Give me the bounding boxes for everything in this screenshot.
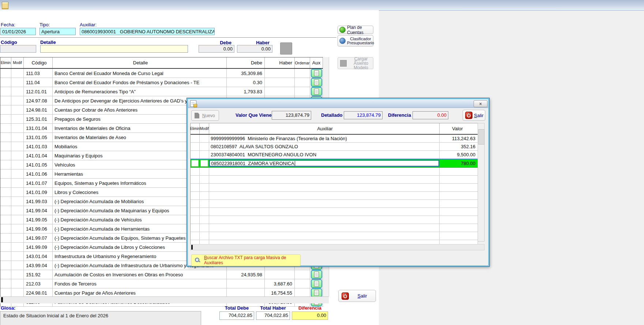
salir-button[interactable]: Salir <box>338 290 376 302</box>
cell-debe: 35,309.86 <box>227 69 265 78</box>
debe-input[interactable]: 0.00 <box>199 45 234 53</box>
dialog-table-row-empty[interactable] <box>191 192 478 200</box>
dialog-header-elimin: Elimin <box>191 123 200 134</box>
cell-haber <box>265 87 295 96</box>
cell-modif <box>200 168 209 175</box>
dialog-header-auxiliar: Auxiliar <box>209 123 440 134</box>
cell-auxiliar <box>209 168 440 175</box>
table-row[interactable]: 112.01.01Anticipos de Remuneraciones Tip… <box>0 87 323 96</box>
cell-codigo: 151.92 <box>24 270 53 279</box>
glosa-label: Glosa: <box>1 305 15 311</box>
aux-button[interactable] <box>311 288 322 297</box>
cell-codigo: 112.01.01 <box>24 87 53 96</box>
dialog-table-row-empty[interactable] <box>191 232 478 240</box>
clasificador-presupuestario-button[interactable]: ClasificadorPresupuestario <box>338 35 373 46</box>
cell-modif <box>11 215 24 224</box>
aux-button[interactable] <box>311 279 322 288</box>
cell-elimin <box>0 234 11 242</box>
cell-auxiliar <box>209 208 440 216</box>
cell-elimin <box>0 69 11 78</box>
codigo-input[interactable] <box>0 45 36 53</box>
dialog-table-row-empty[interactable] <box>191 200 478 208</box>
cell-elimin <box>191 224 200 232</box>
cell-aux <box>310 69 323 78</box>
cargar-asiento-modelo-button[interactable]: Cargar AsientoModelo <box>338 57 373 69</box>
table-row[interactable]: 111.03Banco Central del Ecuador Moneda d… <box>0 69 323 78</box>
cell-codigo: 224.98.01 <box>24 288 53 297</box>
haber-input[interactable]: 0.00 <box>237 45 272 53</box>
dialog-table-row-empty[interactable] <box>191 216 478 224</box>
total-haber-label: Total Haber <box>256 305 290 311</box>
dialog-horizontal-scrollbar[interactable] <box>190 244 485 250</box>
table-row[interactable]: 151.92Acumulación de Costos en Inversion… <box>0 270 323 279</box>
cell-detalle: Banco Central del Ecuador Fondos de Prés… <box>53 78 227 87</box>
dialog-table-row[interactable]: 0802108597 ALAVA SALTOS GONZALO352.16 <box>191 143 478 151</box>
text-caret <box>295 161 295 166</box>
detallado-field: 123,874.79 <box>344 111 383 119</box>
dialog-table-row-empty[interactable] <box>191 208 478 216</box>
aux-button[interactable] <box>311 78 322 87</box>
cell-valor <box>440 192 478 199</box>
cell-elimin <box>0 279 11 288</box>
detalle-input[interactable] <box>40 45 188 53</box>
cell-auxiliar: 9999999999996 Ministerio de Finanzas (Te… <box>209 135 440 142</box>
dialog-grid-rows: 9999999999996 Ministerio de Finanzas (Te… <box>191 135 478 248</box>
dialog-table-row-empty[interactable] <box>191 184 478 192</box>
add-row-button[interactable] <box>280 42 292 55</box>
dialog-table-row[interactable]: 9999999999996 Ministerio de Finanzas (Te… <box>191 135 478 143</box>
cell-elimin <box>0 252 11 261</box>
aux-button[interactable] <box>311 69 322 78</box>
glosa-input[interactable]: Estado de Situacion Inicial al 1 de Ener… <box>0 311 201 325</box>
cell-elimin <box>0 243 11 251</box>
valor-que-viene-field: 123,874.79 <box>272 111 311 120</box>
auxiliar-input[interactable]: 0860019930001 GOBIERNO AUTONOMO DESCENTR… <box>80 28 215 35</box>
buscar-txt-label: Buscar Archivo TXT para carga Masiva de … <box>204 255 300 265</box>
auxiliar-editor[interactable]: 0850223918001 ZAMORA VERONICA <box>209 160 439 167</box>
dialog-table-row[interactable]: 0850223918001 ZAMORA VERONICA780.00 <box>191 159 478 168</box>
cell-modif <box>200 200 209 208</box>
cell-elimin <box>191 143 200 150</box>
cell-modif <box>11 115 24 123</box>
horizontal-scrollbar[interactable] <box>0 296 329 303</box>
cell-modif <box>11 224 24 233</box>
dialog-salir-button[interactable]: Salir <box>463 110 485 121</box>
cell-modif <box>11 206 24 215</box>
close-button[interactable]: × <box>474 100 487 107</box>
cell-codigo: 111.03 <box>24 69 53 78</box>
total-debe-label: Total Debe <box>219 305 254 311</box>
cell-codigo: 141.99.06 <box>24 224 53 233</box>
cell-modif <box>11 234 24 242</box>
scrollbar-thumb[interactable] <box>1 297 3 302</box>
header-detalle: Detalle <box>53 57 227 68</box>
aux-button[interactable] <box>311 87 322 96</box>
cell-modif <box>11 151 24 160</box>
plan-de-cuentas-button[interactable]: Plan de Cuentas <box>338 26 373 34</box>
nuevo-button[interactable]: Nuevo <box>191 110 219 121</box>
table-row[interactable]: 212.03Fondos de Terceros3,687.60 <box>0 279 323 288</box>
cell-modif <box>11 243 24 251</box>
cell-modif <box>200 224 209 232</box>
dialog-power-icon <box>465 112 472 119</box>
cell-detalle: Cuentas por Pagar de Años Anteriores <box>53 288 227 297</box>
tipo-input[interactable]: Apertura <box>39 28 76 35</box>
cell-codigo: 141.99.03 <box>24 197 53 206</box>
cell-elimin <box>0 179 11 187</box>
detallado-label: Detallado : <box>321 112 345 118</box>
cell-elimin <box>0 96 11 105</box>
dialog-table-row[interactable]: 2300374804001 MONTENEGRO ANGULO IVON9,50… <box>191 151 478 159</box>
cell-elimin <box>191 159 200 167</box>
table-row[interactable]: 111.04Banco Central del Ecuador Fondos d… <box>0 78 323 87</box>
dialog-hscroll-thumb[interactable] <box>191 245 193 250</box>
new-document-icon <box>195 113 199 119</box>
buscar-txt-button[interactable]: Buscar Archivo TXT para carga Masiva de … <box>191 254 301 266</box>
dialog-table-row-empty[interactable] <box>191 176 478 184</box>
dialog-table-row-empty[interactable] <box>191 224 478 232</box>
cell-ordenar <box>295 288 310 297</box>
dialog-table-row-empty[interactable] <box>191 168 478 176</box>
aux-button[interactable] <box>311 270 322 279</box>
fecha-input[interactable]: 01/01/2026 <box>0 28 36 35</box>
codigo-label: Código <box>1 40 17 45</box>
dialog-scrollbar-thumb[interactable] <box>478 129 485 145</box>
cell-codigo: 141.01.05 <box>24 160 53 169</box>
cell-codigo: 141.01.07 <box>24 179 53 187</box>
